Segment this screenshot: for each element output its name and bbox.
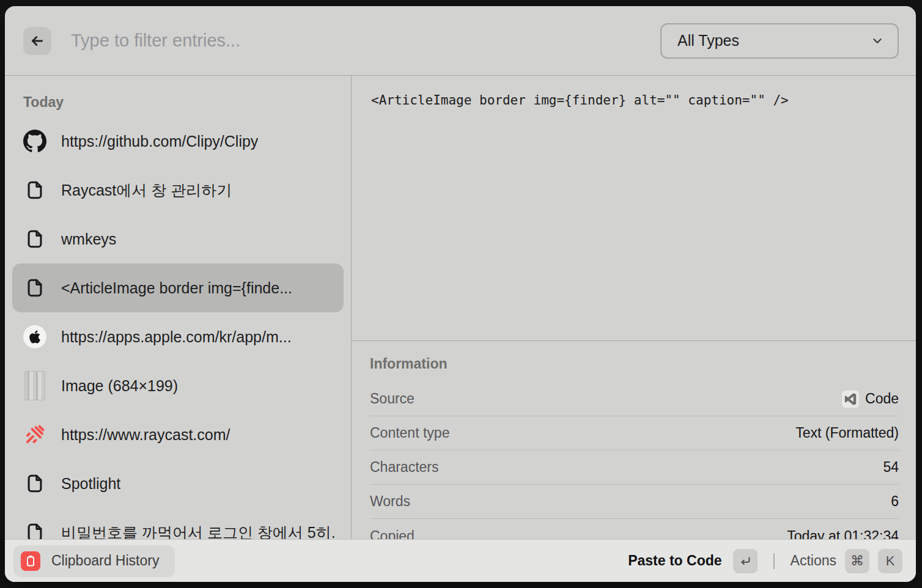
arrow-left-icon <box>29 33 45 49</box>
main-area: Today https://github.com/Clipy/Clipy Ray… <box>5 76 916 539</box>
chevron-down-icon <box>871 34 884 48</box>
list-item-label: <ArticleImage border img={finde... <box>61 279 292 297</box>
section-title-today: Today <box>23 94 344 111</box>
enter-key[interactable] <box>733 549 758 573</box>
clipboard-app-icon <box>21 551 40 571</box>
list-item-label: Raycast에서 창 관리하기 <box>61 180 232 200</box>
list-item[interactable]: Image (684×199) <box>12 361 344 410</box>
code-preview: <ArticleImage border img={finder} alt=""… <box>352 76 916 341</box>
list-item-selected[interactable]: <ArticleImage border img={finde... <box>12 263 344 312</box>
footer-actions: Paste to Code Actions ⌘ K <box>628 549 902 573</box>
list-item[interactable]: https://www.raycast.com/ <box>12 410 344 459</box>
information-section: Information Source Code Content type <box>352 341 916 539</box>
info-label: Content type <box>370 425 795 441</box>
filter-input[interactable] <box>71 31 660 51</box>
back-button[interactable] <box>23 27 51 55</box>
info-row-words: Words 6 <box>370 485 899 519</box>
app-name: Clipboard History <box>51 553 159 569</box>
type-filter-value: All Types <box>677 32 871 50</box>
document-icon <box>23 174 46 206</box>
list-item-label: 비밀번호를 까먹어서 로그인 창에서 5히... <box>61 523 335 540</box>
footer-bar: Clipboard History Paste to Code Actions … <box>5 539 916 582</box>
list-item[interactable]: https://apps.apple.com/kr/app/m... <box>12 312 344 361</box>
document-icon <box>23 516 46 539</box>
info-row-source: Source Code <box>370 382 899 416</box>
list-item[interactable]: Spotlight <box>12 459 344 508</box>
info-value-text: Code <box>865 391 899 407</box>
list-item-label: https://github.com/Clipy/Clipy <box>61 133 258 150</box>
detail-pane: <ArticleImage border img={finder} alt=""… <box>352 76 916 539</box>
actions-button[interactable]: Actions <box>791 553 836 569</box>
information-title: Information <box>370 356 899 372</box>
clipboard-history-window: All Types Today https://github.com/Clipy… <box>5 6 916 582</box>
type-filter-dropdown[interactable]: All Types <box>660 23 899 59</box>
apple-icon <box>23 321 46 353</box>
list-item-label: https://www.raycast.com/ <box>61 426 230 444</box>
info-row-content-type: Content type Text (Formatted) <box>370 416 899 450</box>
document-icon <box>23 468 46 499</box>
document-icon <box>23 272 46 304</box>
list-item[interactable]: 비밀번호를 까먹어서 로그인 창에서 5히... <box>12 508 344 539</box>
k-key[interactable]: K <box>878 549 902 573</box>
list-item-label: wmkeys <box>61 230 116 248</box>
paste-to-code-button[interactable]: Paste to Code <box>628 553 721 569</box>
info-label: Words <box>370 493 891 510</box>
footer-divider <box>773 553 775 569</box>
info-value: Code <box>842 391 899 408</box>
cmd-key[interactable]: ⌘ <box>845 549 869 573</box>
info-value: 6 <box>891 493 899 510</box>
info-value: Text (Formatted) <box>795 425 899 441</box>
list-item[interactable]: wmkeys <box>12 215 344 263</box>
info-value: 54 <box>883 459 899 476</box>
app-pill: Clipboard History <box>13 545 175 577</box>
list-item[interactable]: Raycast에서 창 관리하기 <box>12 166 344 215</box>
list-item-label: https://apps.apple.com/kr/app/m... <box>61 328 292 346</box>
info-label: Copied <box>370 528 787 540</box>
image-thumbnail <box>23 370 46 402</box>
info-label: Characters <box>370 459 883 476</box>
document-icon <box>23 223 46 255</box>
info-row-characters: Characters 54 <box>370 450 899 485</box>
list-item-label: Image (684×199) <box>61 377 178 395</box>
entries-list: Today https://github.com/Clipy/Clipy Ray… <box>5 76 352 539</box>
raycast-icon <box>23 419 46 450</box>
info-value: Today at 01:32:34 <box>787 528 899 540</box>
info-row-copied: Copied Today at 01:32:34 <box>370 519 899 539</box>
vscode-icon <box>842 391 859 408</box>
list-item[interactable]: https://github.com/Clipy/Clipy <box>12 117 344 166</box>
header: All Types <box>5 6 916 76</box>
info-label: Source <box>370 391 842 407</box>
github-icon <box>23 125 46 157</box>
list-item-label: Spotlight <box>61 475 120 493</box>
